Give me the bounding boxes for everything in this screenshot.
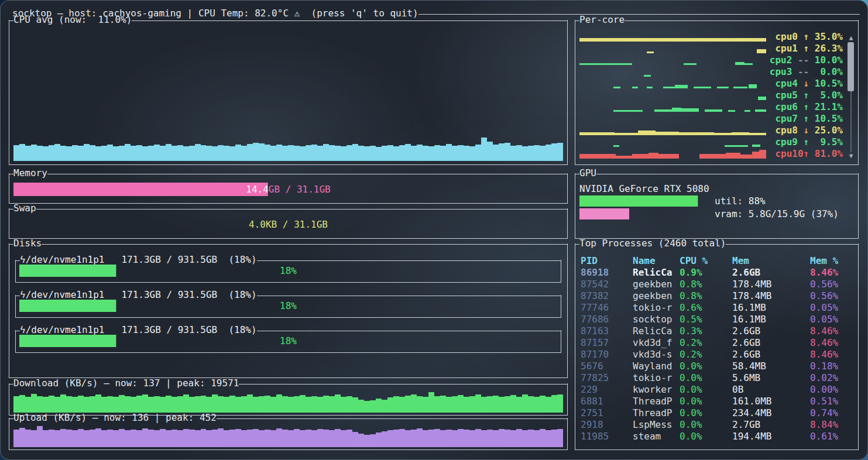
- spark-segment: [675, 85, 688, 88]
- core-row[interactable]: cpu6 ↑ 21.1%: [575, 101, 858, 113]
- process-row[interactable]: 2751ThreadP0.0%234.4MB0.74%: [576, 407, 857, 419]
- chart-bar: [195, 430, 201, 447]
- process-row[interactable]: 229kworker0.0%0B0.00%: [576, 384, 857, 396]
- core-row[interactable]: cpu0 ↑ 35.0%: [575, 31, 858, 43]
- spark-segment: [726, 153, 740, 159]
- chart-bar: [131, 397, 136, 413]
- scroll-up-icon[interactable]: ▲: [847, 34, 855, 42]
- chart-bar: [78, 429, 84, 447]
- spark-segment: [733, 87, 747, 88]
- swap-panel: Swap 4.0KB / 31.1GB4.0KB / 31.1GB: [9, 208, 568, 239]
- chart-bar: [493, 430, 499, 447]
- process-row[interactable]: 77825tokio-r0.0%5.6MB0.02%: [576, 372, 857, 384]
- chart-bar: [154, 430, 160, 447]
- spark-segment: [579, 38, 766, 42]
- spark-segment: [732, 132, 749, 135]
- chart-bar: [54, 430, 60, 447]
- core-row[interactable]: cpu5 ↑ 5.0%: [575, 90, 858, 101]
- process-cpu: 0.0%: [680, 431, 732, 442]
- core-trend-icon: --: [798, 54, 809, 66]
- process-cpu: 0.3%: [680, 325, 732, 337]
- scroll-down-icon[interactable]: ▼: [847, 152, 855, 160]
- chart-bar: [387, 145, 393, 161]
- download-panel: Download (KB/s) — now: 137 | peak: 19571: [9, 383, 568, 416]
- chart-bar: [119, 146, 125, 161]
- chart-bar: [25, 397, 31, 413]
- chart-bar: [218, 145, 224, 161]
- chart-bar: [276, 145, 282, 161]
- core-row[interactable]: cpu8 ↓ 25.0%: [575, 125, 858, 136]
- swap-title: Swap: [13, 202, 36, 214]
- core-row[interactable]: cpu7 ↑ 10.5%: [575, 113, 858, 125]
- chart-bar: [540, 146, 545, 161]
- process-row[interactable]: 77746tokio-r0.6%16.1MB0.05%: [576, 302, 857, 314]
- scrollbar-thumb[interactable]: [848, 42, 854, 91]
- process-row[interactable]: 87163RelicCa0.3%2.6GB8.46%: [576, 325, 857, 337]
- process-name: geekben: [633, 290, 680, 302]
- chart-bar: [346, 145, 352, 161]
- chart-bar: [177, 396, 183, 413]
- chart-bar: [551, 143, 557, 161]
- chart-bar: [522, 430, 528, 447]
- spark-segment: [579, 63, 632, 65]
- chart-bar: [282, 430, 288, 447]
- process-cpu: 0.6%: [680, 302, 732, 314]
- core-row[interactable]: cpu9 ↑ 9.5%: [575, 136, 858, 148]
- core-row[interactable]: cpu3 -- 0.0%: [575, 66, 858, 78]
- chart-bar: [84, 144, 90, 161]
- chart-bar: [125, 144, 131, 161]
- spark-segment: [654, 109, 672, 112]
- process-row[interactable]: 87542geekben0.8%178.4MB0.56%: [576, 279, 857, 290]
- chart-bar: [142, 146, 148, 161]
- process-row[interactable]: 87382geekben0.8%178.4MB0.56%: [576, 290, 857, 302]
- chart-bar: [241, 146, 247, 161]
- chart-bar: [265, 145, 270, 161]
- chart-bar: [534, 145, 540, 161]
- process-row[interactable]: 86918RelicCa0.9%2.6GB8.46%: [576, 267, 857, 279]
- chart-bar: [148, 146, 154, 161]
- chart-bar: [218, 396, 224, 413]
- chart-bar: [452, 396, 458, 413]
- chart-bar: [317, 146, 323, 161]
- process-row[interactable]: 77686socktop0.5%16.1MB0.05%: [576, 314, 857, 325]
- chart-bar: [183, 429, 189, 447]
- spark-segment: [638, 131, 656, 135]
- core-trend-icon: ↑: [804, 90, 809, 101]
- chart-bar: [101, 146, 107, 161]
- core-row[interactable]: cpu2 -- 10.0%: [575, 54, 858, 66]
- upload-chart: [13, 425, 563, 447]
- spark-segment: [672, 108, 681, 112]
- core-row[interactable]: cpu1 ↑ 26.3%: [575, 43, 858, 54]
- process-mem-pct: 0.56%: [810, 279, 857, 290]
- chart-bar: [434, 429, 440, 447]
- gpu-title: GPU: [579, 167, 596, 179]
- chart-bar: [288, 430, 294, 447]
- spark-segment: [663, 87, 675, 88]
- process-row[interactable]: 87157vkd3d_f0.2%2.6GB8.46%: [576, 337, 857, 349]
- spark-segment: [613, 110, 643, 112]
- core-row[interactable]: cpu4 ↓ 10.5%: [575, 78, 858, 90]
- core-label: cpu4 ↓ 10.5%: [775, 78, 843, 90]
- col-pid: PID: [581, 255, 633, 267]
- process-mem-pct: 8.46%: [810, 349, 857, 361]
- chart-bar: [247, 430, 253, 447]
- process-row[interactable]: 5676Wayland0.0%58.4MB0.18%: [576, 361, 857, 372]
- chart-bar: [84, 397, 90, 413]
- process-row[interactable]: 11985steam0.0%194.4MB0.61%: [576, 431, 857, 442]
- process-name: Wayland: [633, 361, 680, 372]
- spark-segment: [717, 87, 729, 88]
- process-row[interactable]: 6881ThreadP0.0%161.0MB0.51%: [576, 396, 857, 407]
- core-row[interactable]: cpu10↑ 81.0%: [575, 148, 858, 160]
- download-title: Download (KB/s) — now: 137 | peak: 19571: [13, 377, 239, 389]
- process-row[interactable]: 87170vkd3d-s0.2%2.6GB8.46%: [576, 349, 857, 361]
- chart-bar: [154, 145, 160, 161]
- chart-bar: [499, 397, 505, 413]
- chart-bar: [136, 145, 142, 161]
- process-row[interactable]: 2918LspMess0.0%2.7GB8.84%: [576, 419, 857, 431]
- core-name: cpu10: [775, 148, 803, 159]
- chart-bar: [458, 145, 464, 161]
- chart-bar: [399, 145, 405, 161]
- chart-bar: [440, 430, 446, 447]
- spark-segment: [632, 87, 638, 88]
- process-cpu: 0.0%: [680, 384, 732, 396]
